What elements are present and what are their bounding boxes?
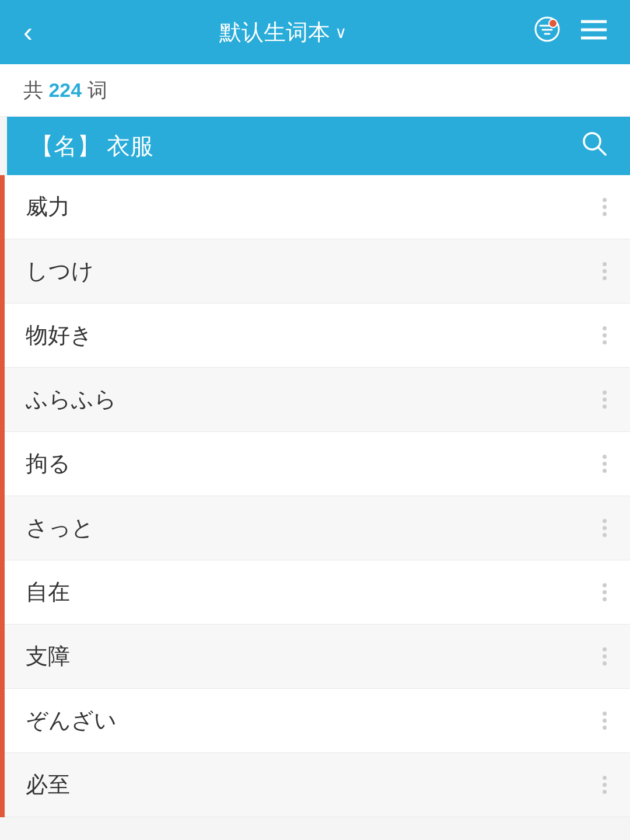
vocabulary-book-title: 默认生词本 xyxy=(219,18,330,47)
word-list-item[interactable]: さっと xyxy=(5,496,630,560)
back-button[interactable]: ‹ xyxy=(23,18,33,46)
category-title: 【名】 衣服 xyxy=(30,130,153,162)
menu-dot xyxy=(603,212,607,216)
menu-dot xyxy=(603,590,607,594)
menu-dot xyxy=(603,526,607,530)
word-list-item[interactable]: ぞんざい xyxy=(5,689,630,753)
word-text: しつけ xyxy=(26,256,94,286)
word-count-number: 224 xyxy=(48,79,82,101)
word-list: 威力しつけ物好きふらふら拘るさっと自在支障ぞんざい必至 xyxy=(0,175,630,817)
menu-dot xyxy=(603,661,607,665)
app-header: ‹ 默认生词本 ∨ xyxy=(0,0,630,64)
menu-dot xyxy=(603,391,607,395)
word-menu-dots[interactable] xyxy=(603,647,607,665)
menu-dot xyxy=(603,654,607,658)
svg-point-4 xyxy=(549,19,557,27)
word-menu-dots[interactable] xyxy=(603,391,607,409)
word-list-item[interactable]: ふらふら xyxy=(5,368,630,432)
word-list-item[interactable]: 必至 xyxy=(5,753,630,817)
word-text: 必至 xyxy=(26,770,70,800)
title-chevron[interactable]: ∨ xyxy=(335,23,347,42)
word-list-item[interactable]: 支障 xyxy=(5,625,630,689)
word-menu-dots[interactable] xyxy=(603,262,607,280)
menu-dot xyxy=(603,597,607,601)
menu-icon[interactable] xyxy=(581,18,607,46)
word-list-item[interactable]: 拘る xyxy=(5,432,630,496)
menu-dot xyxy=(603,583,607,587)
menu-dot xyxy=(603,519,607,523)
word-list-item[interactable]: 自在 xyxy=(5,560,630,625)
word-list-item[interactable]: 威力 xyxy=(5,175,630,239)
word-text: ぞんざい xyxy=(26,706,117,736)
header-title-container: 默认生词本 ∨ xyxy=(219,18,347,47)
header-actions xyxy=(534,16,607,48)
word-list-item[interactable]: しつけ xyxy=(5,239,630,304)
word-list-item[interactable]: 物好き xyxy=(5,304,630,368)
word-count-prefix: 共 xyxy=(23,79,48,101)
menu-dot xyxy=(603,398,607,402)
menu-dot xyxy=(603,462,607,466)
menu-dot xyxy=(603,205,607,209)
word-menu-dots[interactable] xyxy=(603,776,607,794)
menu-dot xyxy=(603,776,607,780)
menu-dot xyxy=(603,783,607,787)
word-text: 威力 xyxy=(26,192,70,222)
word-text: 拘る xyxy=(26,449,71,479)
word-menu-dots[interactable] xyxy=(603,583,607,601)
word-count-bar: 共 224 词 xyxy=(0,64,630,117)
menu-dot xyxy=(603,533,607,537)
word-text: 支障 xyxy=(26,642,70,671)
word-text: さっと xyxy=(26,513,94,543)
category-search-icon[interactable] xyxy=(581,130,607,162)
menu-dot xyxy=(603,276,607,280)
menu-dot xyxy=(603,455,607,459)
word-menu-dots[interactable] xyxy=(603,198,607,216)
menu-dot xyxy=(603,647,607,651)
menu-dot xyxy=(603,269,607,273)
word-menu-dots[interactable] xyxy=(603,519,607,537)
category-header: 【名】 衣服 xyxy=(7,117,630,175)
menu-dot xyxy=(603,469,607,473)
menu-dot xyxy=(603,405,607,409)
word-text: 物好き xyxy=(26,320,93,350)
menu-dot xyxy=(603,333,607,337)
word-count-suffix: 词 xyxy=(82,79,107,101)
menu-dot xyxy=(603,326,607,330)
word-menu-dots[interactable] xyxy=(603,455,607,473)
word-menu-dots[interactable] xyxy=(603,712,607,730)
menu-dot xyxy=(603,726,607,730)
word-text: 自在 xyxy=(26,577,70,607)
word-text: ふらふら xyxy=(26,385,117,414)
menu-dot xyxy=(603,790,607,794)
word-count-text: 共 224 词 xyxy=(23,77,107,104)
word-menu-dots[interactable] xyxy=(603,326,607,344)
svg-line-9 xyxy=(598,147,606,155)
filter-icon[interactable] xyxy=(534,16,560,48)
menu-dot xyxy=(603,712,607,716)
menu-dot xyxy=(603,198,607,202)
menu-dot xyxy=(603,340,607,344)
menu-dot xyxy=(603,719,607,723)
menu-dot xyxy=(603,262,607,266)
